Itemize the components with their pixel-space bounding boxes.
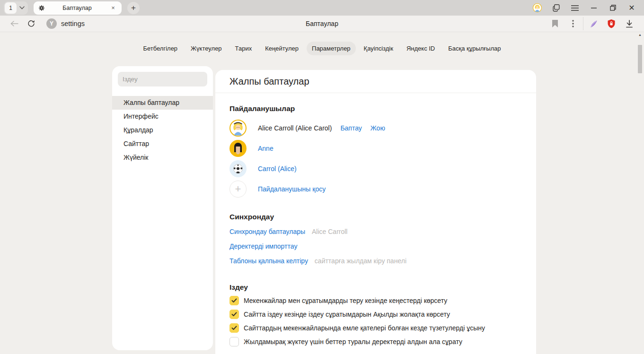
restore-tableau-link[interactable]: Таблоны қалпына келтіру (229, 257, 308, 265)
download-icon[interactable] (620, 17, 638, 30)
protect-shield-icon[interactable] (602, 17, 620, 30)
scroll-up-arrow[interactable]: ▲ (636, 33, 644, 36)
close-window-button[interactable]: ✕ (622, 0, 641, 16)
tab-bar: 1 Баптаулар × + (0, 0, 644, 16)
toolbar-divider (583, 17, 583, 30)
nav-tab-settings[interactable]: Параметрлер (307, 42, 356, 55)
anne-avatar[interactable] (229, 140, 247, 157)
nav-tab-bookmarks[interactable]: Бетбелгілер (138, 42, 183, 55)
sidebar-item-general[interactable]: Жалпы баптаулар (112, 96, 213, 110)
import-data-row: Деректерді импорттау (229, 242, 522, 250)
main-panel-title: Жалпы баптаулар (215, 70, 536, 93)
gear-icon (38, 5, 45, 11)
suggestions-checkbox[interactable] (229, 296, 239, 305)
sync-settings-row: Синхрондау баптаулары Alice Carroll (229, 228, 522, 236)
search-section-heading: Іздеу (229, 283, 522, 292)
close-tab-icon[interactable]: × (109, 4, 117, 11)
option-row: Жылдамырақ жүктеу үшін беттер туралы дер… (229, 337, 522, 346)
nav-tab-extensions[interactable]: Кеңейтулер (260, 42, 304, 55)
sidebar-item-system[interactable]: Жүйелік (112, 151, 213, 164)
option-row: Мекенжайлар мен сұратымдарды теру кезінд… (229, 296, 522, 305)
more-options-icon[interactable] (564, 17, 582, 30)
user-configure-link[interactable]: Баптау (340, 124, 362, 132)
nav-tab-yandex-id[interactable]: Яндекс ID (401, 42, 440, 55)
search-options: Мекенжайлар мен сұратымдарды теру кезінд… (229, 296, 522, 346)
back-icon[interactable] (6, 17, 23, 30)
nav-tab-history[interactable]: Тарих (230, 42, 257, 55)
user-row-anne: Anne (229, 140, 522, 157)
scrollbar-thumb[interactable] (638, 45, 642, 73)
option-label: Мекенжайлар мен сұратымдарды теру кезінд… (244, 297, 447, 304)
import-data-link[interactable]: Деректерді импорттау (229, 242, 297, 250)
user-list: Alice Carroll (Alice Carol) Баптау Жою A… (229, 120, 522, 198)
sync-section-heading: Синхрондау (229, 213, 522, 221)
add-user-icon[interactable]: + (229, 181, 247, 198)
sidebar-item-tools[interactable]: Құралдар (112, 123, 213, 137)
user-row-carrol: Carrol (Alice) (229, 160, 522, 177)
sync-links: Синхрондау баптаулары Alice Carroll Дере… (229, 228, 522, 265)
nav-tab-other-devices[interactable]: Басқа құрылғылар (443, 42, 506, 55)
alice-avatar[interactable] (229, 120, 247, 137)
settings-main-panel: Жалпы баптаулар Пайдаланушылар (215, 70, 536, 354)
settings-nav-tabs: Бетбелгілер Жүктеулер Тарих Кеңейтулер П… (0, 42, 644, 55)
bookmark-icon[interactable] (546, 17, 564, 30)
sync-settings-link[interactable]: Синхрондау баптаулары (229, 228, 305, 235)
page-scrollbar[interactable]: ▲ (636, 32, 644, 354)
add-user-link[interactable]: Пайдаланушыны қосу (258, 185, 326, 193)
address-toolbar: Y settings Баптаулар (0, 16, 644, 32)
prefetch-checkbox[interactable] (229, 337, 239, 346)
spelling-fix-checkbox[interactable] (229, 323, 239, 333)
tableau-hint: сайттарға жылдам кіру панелі (315, 257, 406, 265)
new-tab-button[interactable]: + (127, 2, 140, 14)
user-name-link[interactable]: Anne (258, 145, 273, 152)
user-name-link[interactable]: Carrol (Alice) (258, 165, 297, 173)
user-delete-link[interactable]: Жою (371, 124, 385, 132)
chevron-down-icon[interactable] (17, 6, 27, 9)
option-row: Сайтта іздеу кезінде іздеу сұратымдарын … (229, 310, 522, 319)
option-label: Жылдамырақ жүктеу үшін беттер туралы дер… (244, 338, 462, 345)
tab-count[interactable]: 1 (5, 2, 17, 14)
reload-icon[interactable] (23, 17, 40, 30)
feather-extension-icon[interactable] (584, 17, 602, 30)
settings-page: Бетбелгілер Жүктеулер Тарих Кеңейтулер П… (0, 32, 644, 354)
tab-panels-icon[interactable] (547, 0, 565, 16)
user-row-alice: Alice Carroll (Alice Carol) Баптау Жою (229, 120, 522, 137)
settings-sidebar: Жалпы баптаулар Интерфейс Құралдар Сайтт… (112, 66, 213, 350)
tab-counter[interactable]: 1 (4, 1, 28, 15)
menu-icon[interactable] (565, 0, 584, 16)
sidebar-item-sites[interactable]: Сайттар (112, 137, 213, 151)
sidebar-item-interface[interactable]: Интерфейс (112, 110, 213, 123)
profile-avatar[interactable] (528, 0, 547, 16)
sidebar-list: Жалпы баптаулар Интерфейс Құралдар Сайтт… (112, 96, 213, 164)
sidebar-search[interactable] (118, 72, 207, 86)
nav-tab-downloads[interactable]: Жүктеулер (185, 42, 227, 55)
option-label: Сайттардың мекенжайларында емле қателері… (244, 324, 485, 332)
carrol-avatar[interactable] (229, 160, 247, 177)
site-search-checkbox[interactable] (229, 310, 239, 319)
users-section-heading: Пайдаланушылар (229, 104, 522, 113)
address-url[interactable]: settings (61, 20, 85, 27)
user-name: Alice Carroll (Alice Carol) (258, 124, 332, 132)
add-user-row: + Пайдаланушыны қосу (229, 181, 522, 198)
sync-account-hint: Alice Carroll (312, 228, 347, 235)
nav-tab-security[interactable]: Қауіпсіздік (359, 42, 398, 55)
restore-button[interactable] (603, 0, 622, 16)
minimize-button[interactable] (584, 0, 603, 16)
option-row: Сайттардың мекенжайларында емле қателері… (229, 323, 522, 333)
site-favicon: Y (46, 18, 57, 29)
option-label: Сайтта іздеу кезінде іздеу сұратымдарын … (244, 311, 450, 318)
search-input[interactable] (123, 76, 203, 83)
tab-title: Баптаулар (45, 5, 109, 11)
restore-tableau-row: Таблоны қалпына келтіру сайттарға жылдам… (229, 257, 522, 265)
browser-tab-settings[interactable]: Баптаулар × (34, 1, 122, 15)
